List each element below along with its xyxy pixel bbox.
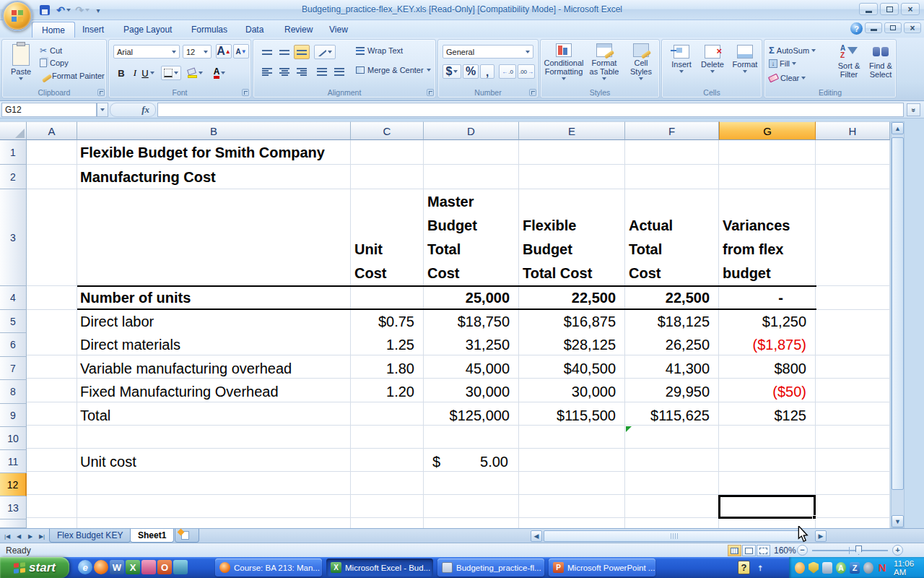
app-close-button[interactable]: ×: [901, 3, 920, 15]
decrease-indent-button[interactable]: [314, 64, 330, 79]
row-header-4[interactable]: 4: [0, 286, 27, 310]
scroll-down-button[interactable]: ▼: [892, 515, 904, 527]
cell-d6[interactable]: 31,250: [424, 333, 518, 357]
cell-e9[interactable]: $115,500: [519, 404, 624, 427]
align-left-button[interactable]: [259, 64, 275, 79]
column-header-b[interactable]: B: [77, 121, 351, 140]
zoom-out-button[interactable]: −: [797, 545, 808, 556]
workbook-close-button[interactable]: ×: [904, 22, 921, 33]
cell-c5[interactable]: $0.75: [351, 310, 423, 333]
app-restore-button[interactable]: [880, 3, 899, 15]
fill-handle[interactable]: [812, 515, 816, 519]
cell-e8[interactable]: 30,000: [519, 380, 624, 404]
cut-button[interactable]: ✂ Cut: [40, 46, 62, 56]
cell-d11[interactable]: $ 5.00: [424, 450, 518, 473]
tab-home[interactable]: Home: [32, 22, 75, 38]
orientation-button[interactable]: [314, 45, 336, 59]
tab-data[interactable]: Data: [236, 22, 273, 38]
tab-review[interactable]: Review: [275, 22, 322, 38]
column-header-e[interactable]: E: [519, 121, 625, 140]
active-cell-selection[interactable]: [718, 495, 816, 519]
cell-d3-header[interactable]: Master Budget Total Cost: [424, 189, 518, 285]
next-sheet-button[interactable]: ▶: [25, 530, 36, 542]
underline-button[interactable]: U: [141, 66, 154, 80]
increase-decimal-button[interactable]: ←.0: [499, 64, 516, 79]
expand-formula-bar-button[interactable]: »: [907, 103, 920, 116]
cell-f9[interactable]: $115,625: [625, 404, 718, 427]
cell-d8[interactable]: 30,000: [424, 380, 518, 404]
row-header-3[interactable]: 3: [0, 189, 27, 286]
zoom-in-button[interactable]: +: [892, 545, 903, 556]
cell-f4[interactable]: 22,500: [625, 287, 718, 309]
find-select-button[interactable]: Find & Select: [866, 44, 896, 79]
cell-f5[interactable]: $18,125: [625, 310, 718, 333]
prev-sheet-button[interactable]: ◀: [13, 530, 25, 542]
horizontal-scrollbar[interactable]: ◀ ▶: [531, 530, 827, 542]
decrease-decimal-button[interactable]: .00→: [518, 64, 535, 79]
insert-function-button[interactable]: fx: [110, 103, 156, 117]
row-header-8[interactable]: 8: [0, 380, 27, 404]
horizontal-scroll-thumb[interactable]: [544, 530, 805, 542]
help-tray-icon[interactable]: ?: [738, 561, 750, 574]
tab-formulas[interactable]: Formulas: [182, 22, 237, 38]
tab-insert[interactable]: Insert: [73, 22, 113, 38]
bold-button[interactable]: B: [115, 66, 128, 80]
font-size-combo[interactable]: 12: [183, 45, 212, 59]
column-header-c[interactable]: C: [351, 121, 424, 140]
percent-style-button[interactable]: %: [463, 64, 479, 79]
cell-b5[interactable]: Direct labor: [80, 310, 154, 333]
vertical-scrollbar[interactable]: ▲ ▼: [891, 121, 905, 528]
cell-d5[interactable]: $18,750: [424, 310, 518, 333]
key-icon[interactable]: [141, 560, 156, 574]
normal-view-button[interactable]: [728, 545, 741, 556]
column-header-f[interactable]: F: [625, 121, 719, 140]
cell-e7[interactable]: $40,500: [519, 357, 624, 380]
page-break-view-button[interactable]: [757, 545, 770, 556]
row-header-12[interactable]: 12: [0, 473, 27, 496]
sort-filter-button[interactable]: A Z Sort & Filter: [834, 44, 864, 79]
increase-indent-button[interactable]: [331, 64, 347, 79]
tab-view[interactable]: View: [320, 22, 357, 38]
firefox-icon[interactable]: [94, 560, 108, 574]
format-painter-button[interactable]: Format Painter: [40, 72, 105, 80]
align-bottom-button[interactable]: [294, 45, 310, 59]
font-color-button[interactable]: A: [209, 66, 230, 80]
paste-button[interactable]: Paste: [6, 44, 35, 80]
cell-e5[interactable]: $16,875: [519, 310, 624, 333]
cell-c6[interactable]: 1.25: [351, 333, 423, 357]
cell-e6[interactable]: $28,125: [519, 333, 624, 357]
cell-c7[interactable]: 1.80: [351, 357, 423, 380]
vertical-scroll-thumb[interactable]: [892, 137, 904, 490]
cell-b2-title[interactable]: Manufacturing Cost: [80, 165, 216, 189]
insert-cells-button[interactable]: Insert: [668, 45, 695, 73]
cell-b6[interactable]: Direct materials: [80, 333, 180, 357]
zoom-slider-thumb[interactable]: [855, 545, 862, 555]
align-center-button[interactable]: [276, 64, 292, 79]
cell-e4[interactable]: 22,500: [519, 287, 624, 309]
name-box-dropdown[interactable]: [97, 103, 108, 117]
italic-button[interactable]: I: [129, 66, 141, 80]
tray-antivirus-icon[interactable]: A: [836, 562, 846, 574]
cell-g6[interactable]: ($1,875): [719, 333, 815, 357]
select-all-corner[interactable]: [0, 121, 27, 140]
column-header-h[interactable]: H: [816, 121, 890, 140]
cell-g8[interactable]: ($50): [719, 380, 815, 404]
number-dialog-launcher[interactable]: [529, 89, 536, 96]
cell-b9[interactable]: Total: [80, 404, 110, 427]
help-icon[interactable]: ?: [850, 22, 863, 35]
tray-zonealarm-icon[interactable]: Z: [850, 562, 860, 574]
start-button[interactable]: start: [0, 557, 69, 578]
column-header-d[interactable]: D: [424, 121, 519, 140]
row-header-6[interactable]: 6: [0, 333, 27, 357]
last-sheet-button[interactable]: ▶|: [36, 530, 48, 542]
column-header-g[interactable]: G: [719, 121, 816, 140]
tray-smiley-icon[interactable]: [795, 562, 805, 574]
task-button-budgeting-doc[interactable]: Budgeting_practice-fl...: [437, 558, 544, 577]
row-header-5[interactable]: 5: [0, 310, 27, 333]
align-middle-button[interactable]: [276, 45, 292, 59]
tray-volume-icon[interactable]: [863, 562, 873, 574]
shrink-font-button[interactable]: A▼: [233, 44, 249, 59]
wrap-text-button[interactable]: Wrap Text: [356, 46, 403, 55]
word-icon[interactable]: W: [110, 560, 124, 574]
cell-e3-header[interactable]: Flexible Budget Total Cost: [519, 189, 624, 285]
